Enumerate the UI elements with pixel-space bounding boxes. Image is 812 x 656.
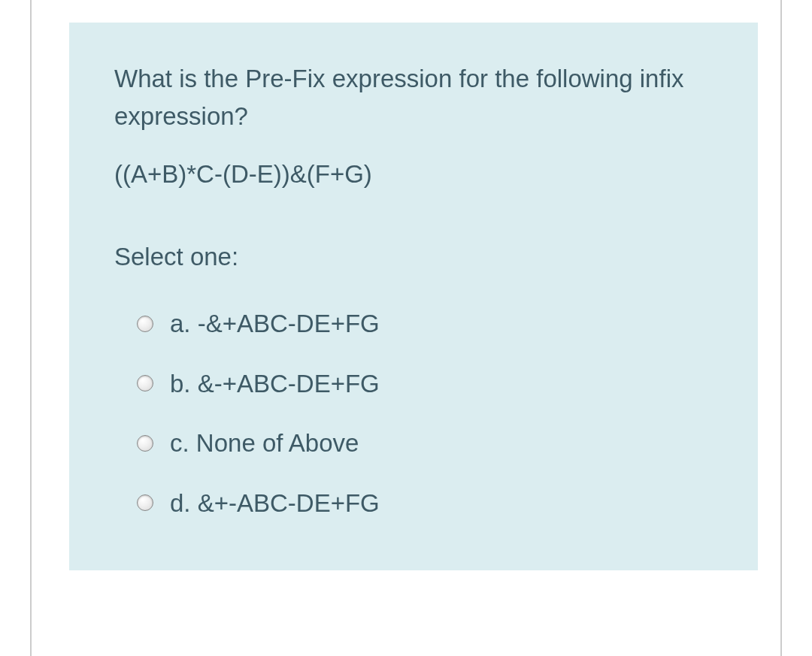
question-prompt: What is the Pre-Fix expression for the f… — [114, 60, 713, 135]
option-d-letter: d. — [170, 489, 191, 517]
question-box: What is the Pre-Fix expression for the f… — [69, 23, 758, 570]
option-d-row[interactable]: d. &+-ABC-DE+FG — [114, 473, 713, 534]
option-c-label: c. None of Above — [170, 425, 359, 462]
option-b-row[interactable]: b. &-+ABC-DE+FG — [114, 354, 713, 414]
option-a-row[interactable]: a. -&+ABC-DE+FG — [114, 294, 713, 354]
option-c-radio[interactable] — [137, 435, 153, 452]
option-b-radio[interactable] — [137, 375, 153, 391]
option-a-label: a. -&+ABC-DE+FG — [170, 305, 380, 343]
infix-expression: ((A+B)*C-(D-E))&(F+G) — [114, 156, 713, 193]
option-d-label: d. &+-ABC-DE+FG — [170, 485, 380, 522]
option-c-text: None of Above — [196, 429, 359, 457]
option-d-radio[interactable] — [137, 494, 153, 511]
option-a-letter: a. — [170, 310, 191, 337]
option-a-radio[interactable] — [137, 316, 153, 332]
option-b-text: &-+ABC-DE+FG — [198, 370, 380, 398]
question-container: What is the Pre-Fix expression for the f… — [30, 0, 782, 656]
option-a-text: -&+ABC-DE+FG — [198, 310, 380, 337]
select-one-label: Select one: — [114, 238, 713, 276]
option-b-letter: b. — [170, 370, 191, 398]
option-c-letter: c. — [170, 429, 189, 457]
option-c-row[interactable]: c. None of Above — [114, 413, 713, 473]
option-b-label: b. &-+ABC-DE+FG — [170, 365, 380, 403]
option-d-text: &+-ABC-DE+FG — [198, 489, 380, 517]
